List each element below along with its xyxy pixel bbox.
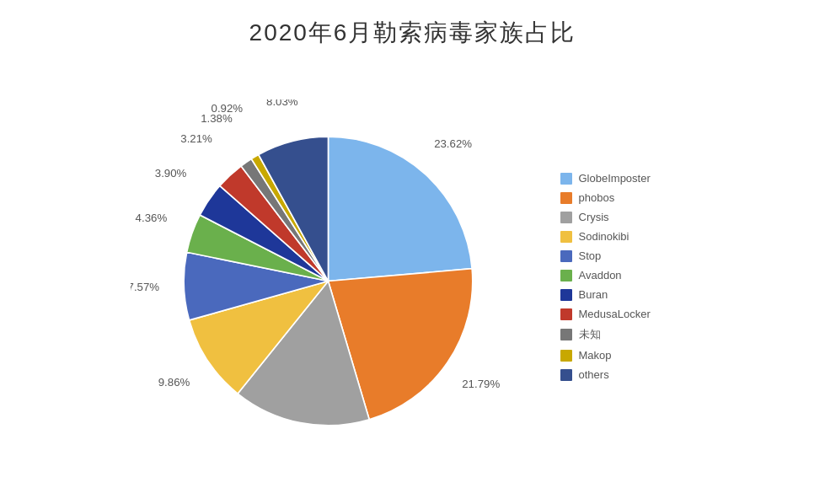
legend-color-box — [560, 231, 572, 243]
svg-text:21.79%: 21.79% — [462, 378, 500, 390]
svg-text:7.57%: 7.57% — [131, 281, 159, 293]
legend-label: Sodinokibi — [579, 230, 629, 243]
legend-color-box — [560, 350, 572, 362]
pie-chart: 23.62%21.79%15.37%9.86%7.57%4.36%3.90%3.… — [131, 99, 535, 453]
legend-label: GlobeImposter — [579, 172, 651, 185]
legend-item: Makop — [560, 349, 695, 362]
legend-label: Makop — [579, 349, 612, 362]
legend-color-box — [560, 192, 572, 204]
legend-color-box — [560, 308, 572, 320]
chart-title: 2020年6月勒索病毒家族占比 — [249, 17, 576, 49]
legend-label: others — [579, 368, 609, 381]
legend-item: Stop — [560, 249, 695, 262]
chart-container: 2020年6月勒索病毒家族占比 23.62%21.79%15.37%9.86%7… — [0, 0, 825, 504]
legend-item: Sodinokibi — [560, 230, 695, 243]
legend-color-box — [560, 270, 572, 281]
legend-color-box — [560, 173, 572, 185]
svg-text:23.62%: 23.62% — [434, 137, 472, 150]
svg-text:9.86%: 9.86% — [158, 376, 190, 389]
legend-label: Buran — [579, 288, 608, 301]
legend-label: Avaddon — [579, 269, 622, 281]
legend-color-box — [560, 329, 572, 340]
legend-label: 未知 — [579, 327, 601, 342]
legend-label: MedusaLocker — [579, 308, 651, 320]
legend-color-box — [560, 212, 572, 223]
svg-text:8.03%: 8.03% — [266, 99, 298, 108]
legend-color-box — [560, 250, 572, 262]
legend-label: Crysis — [579, 211, 609, 223]
legend-color-box — [560, 289, 572, 301]
svg-text:3.90%: 3.90% — [154, 167, 186, 180]
legend-label: phobos — [579, 191, 615, 204]
chart-body: 23.62%21.79%15.37%9.86%7.57%4.36%3.90%3.… — [8, 57, 817, 496]
legend-item: others — [560, 368, 695, 381]
legend-item: Buran — [560, 288, 695, 301]
svg-text:4.36%: 4.36% — [135, 212, 167, 224]
legend-item: 未知 — [560, 327, 695, 342]
legend-item: MedusaLocker — [560, 308, 695, 320]
legend-label: Stop — [579, 249, 602, 262]
chart-legend: GlobeImposterphobosCrysisSodinokibiStopA… — [560, 172, 695, 381]
legend-item: Crysis — [560, 211, 695, 223]
svg-text:3.21%: 3.21% — [180, 132, 212, 145]
legend-item: phobos — [560, 191, 695, 204]
legend-color-box — [560, 369, 572, 381]
svg-text:0.92%: 0.92% — [211, 102, 243, 115]
legend-item: GlobeImposter — [560, 172, 695, 185]
legend-item: Avaddon — [560, 269, 695, 281]
